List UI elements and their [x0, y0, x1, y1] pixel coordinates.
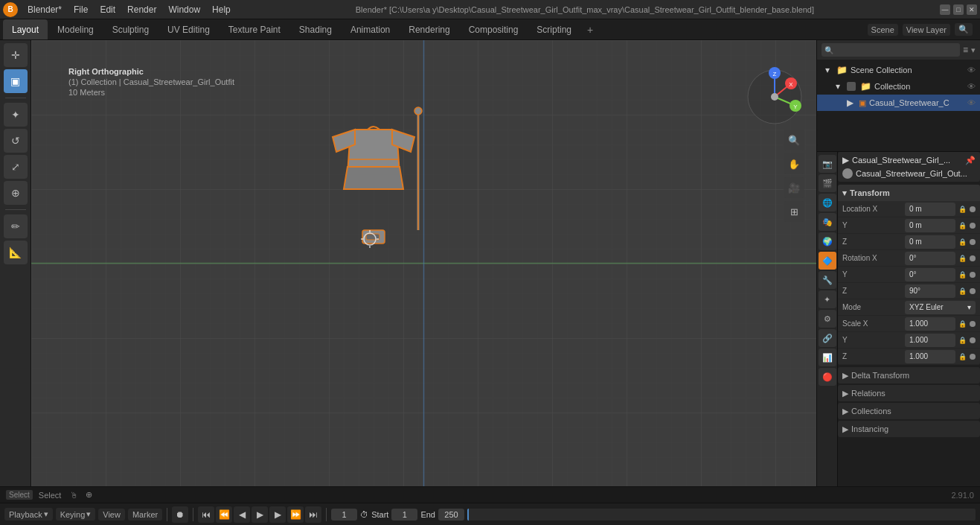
- tab-animation[interactable]: Animation: [342, 19, 399, 39]
- rotation-x-keyframe[interactable]: [970, 255, 976, 261]
- play-button[interactable]: ▶: [252, 506, 268, 523]
- annotate-tool[interactable]: ✏: [4, 214, 28, 238]
- rotation-mode-dropdown[interactable]: XYZ Euler ▾: [905, 301, 976, 314]
- select-tool[interactable]: ▣: [4, 69, 28, 93]
- active-object-name[interactable]: Casual_Streetwear_Girl_...: [852, 156, 962, 165]
- next-keyframe-button[interactable]: ⏩: [287, 506, 304, 523]
- scale-z-value[interactable]: 1.000: [905, 350, 955, 363]
- data-properties-tab[interactable]: 📊: [819, 349, 836, 366]
- menu-file[interactable]: File: [68, 3, 93, 16]
- outliner-search[interactable]: 🔍: [822, 43, 960, 57]
- close-button[interactable]: ✕: [967, 4, 977, 15]
- delta-transform-section[interactable]: ▶ Delta Transform: [838, 367, 980, 384]
- tab-sculpting[interactable]: Sculpting: [103, 19, 158, 39]
- prev-frame-button[interactable]: ◀: [234, 506, 250, 523]
- object-eye[interactable]: 👁: [967, 98, 976, 107]
- next-frame-button[interactable]: ▶: [269, 506, 286, 523]
- transform-tool[interactable]: ⊕: [4, 181, 28, 205]
- add-workspace-button[interactable]: +: [581, 19, 599, 39]
- camera-button[interactable]: 🎥: [784, 177, 804, 198]
- scale-x-keyframe[interactable]: [970, 321, 976, 327]
- collections-section[interactable]: ▶ Collections: [838, 403, 980, 419]
- rotation-z-lock[interactable]: 🔒: [958, 287, 967, 295]
- rotation-z-keyframe[interactable]: [970, 288, 976, 294]
- grid-view-button[interactable]: ⊞: [784, 201, 804, 222]
- cursor-tool[interactable]: ✛: [4, 43, 28, 67]
- output-properties-tab[interactable]: 🎬: [819, 174, 836, 192]
- tab-uv-editing[interactable]: UV Editing: [158, 19, 219, 39]
- pan-button[interactable]: ✋: [784, 153, 804, 174]
- location-x-lock[interactable]: 🔒: [958, 206, 967, 213]
- menu-window[interactable]: Window: [163, 3, 205, 16]
- scene-selector[interactable]: Scene: [868, 24, 898, 36]
- skip-start-button[interactable]: ⏮: [198, 506, 214, 523]
- prev-keyframe-button[interactable]: ⏪: [216, 506, 232, 523]
- tree-item-casual-streetwear[interactable]: ▶ ▣ Casual_Streetwear_C 👁: [817, 95, 980, 111]
- location-z-keyframe[interactable]: [970, 239, 976, 245]
- location-x-value[interactable]: 0 m: [905, 203, 955, 216]
- timeline-scrubber[interactable]: [467, 509, 976, 521]
- constraints-properties-tab[interactable]: 🔗: [819, 329, 836, 347]
- rotation-y-lock[interactable]: 🔒: [958, 271, 967, 279]
- scale-z-lock[interactable]: 🔒: [958, 353, 967, 360]
- scale-y-keyframe[interactable]: [970, 337, 976, 343]
- end-frame-input[interactable]: 250: [438, 509, 464, 521]
- tab-layout[interactable]: Layout: [3, 19, 48, 39]
- render-properties-tab[interactable]: 📷: [819, 155, 836, 173]
- tree-item-collection[interactable]: ▾ 📁 Collection 👁: [817, 78, 980, 95]
- outliner-filter[interactable]: ≡: [963, 45, 968, 55]
- maximize-button[interactable]: □: [953, 4, 964, 15]
- collection-eye[interactable]: 👁: [967, 82, 976, 91]
- keying-menu[interactable]: Keying ▾: [56, 508, 96, 521]
- modifier-properties-tab[interactable]: 🔧: [819, 271, 836, 289]
- collection-checkbox[interactable]: [847, 82, 856, 91]
- tab-modeling[interactable]: Modeling: [48, 19, 103, 39]
- physics-properties-tab[interactable]: ⚙: [819, 310, 836, 328]
- move-tool[interactable]: ✦: [4, 103, 28, 127]
- tab-scripting[interactable]: Scripting: [528, 19, 580, 39]
- start-frame-input[interactable]: 1: [391, 509, 417, 521]
- search-button[interactable]: 🔍: [955, 23, 973, 36]
- scale-y-lock[interactable]: 🔒: [958, 337, 967, 344]
- location-z-value[interactable]: 0 m: [905, 235, 955, 249]
- tree-item-scene-collection[interactable]: ▾ 📁 Scene Collection 👁: [817, 62, 980, 78]
- rotation-x-lock[interactable]: 🔒: [958, 255, 967, 262]
- relations-section[interactable]: ▶ Relations: [838, 385, 980, 401]
- scale-y-value[interactable]: 1.000: [905, 334, 955, 347]
- rotation-y-keyframe[interactable]: [970, 272, 976, 278]
- current-frame-display[interactable]: 1: [331, 509, 357, 521]
- data-block-name[interactable]: Casual_Streetwear_Girl_Out...: [856, 169, 976, 178]
- menu-render[interactable]: Render: [122, 3, 161, 16]
- scene-properties-tab[interactable]: 🎭: [819, 213, 836, 231]
- outliner-options[interactable]: ▾: [971, 45, 976, 55]
- scale-z-keyframe[interactable]: [970, 354, 976, 360]
- material-properties-tab[interactable]: 🔴: [819, 368, 836, 386]
- particles-properties-tab[interactable]: ✦: [819, 290, 836, 308]
- location-y-value[interactable]: 0 m: [905, 219, 955, 232]
- world-properties-tab[interactable]: 🌍: [819, 232, 836, 250]
- instancing-section[interactable]: ▶ Instancing: [838, 421, 980, 437]
- rotation-y-value[interactable]: 0°: [905, 268, 955, 281]
- minimize-button[interactable]: —: [940, 4, 950, 15]
- viewport-3d[interactable]: ⬛ Object Mode View Select Add Object □ ●…: [31, 40, 816, 486]
- scale-x-lock[interactable]: 🔒: [958, 320, 967, 328]
- location-x-keyframe[interactable]: [970, 206, 976, 212]
- object-properties-tab[interactable]: 🔷: [819, 252, 836, 270]
- location-y-keyframe[interactable]: [970, 223, 976, 229]
- rotation-z-value[interactable]: 90°: [905, 284, 955, 298]
- navigation-gizmo[interactable]: Z Y X: [745, 67, 804, 127]
- view-layer-selector[interactable]: View Layer: [903, 24, 950, 36]
- marker-menu[interactable]: Marker: [128, 509, 162, 521]
- zoom-in-button[interactable]: 🔍: [784, 130, 804, 150]
- tab-rendering[interactable]: Rendering: [400, 19, 458, 39]
- scene-collection-eye[interactable]: 👁: [967, 66, 976, 74]
- timeline-view-menu[interactable]: View: [98, 509, 125, 521]
- measure-tool[interactable]: 📐: [4, 241, 28, 264]
- menu-help[interactable]: Help: [207, 3, 236, 16]
- rotate-tool[interactable]: ↺: [4, 129, 28, 153]
- record-button[interactable]: ⏺: [172, 506, 188, 523]
- skip-end-button[interactable]: ⏭: [305, 506, 321, 523]
- tab-shading[interactable]: Shading: [290, 19, 341, 39]
- playback-menu[interactable]: Playback ▾: [4, 508, 53, 521]
- rotation-x-value[interactable]: 0°: [905, 252, 955, 265]
